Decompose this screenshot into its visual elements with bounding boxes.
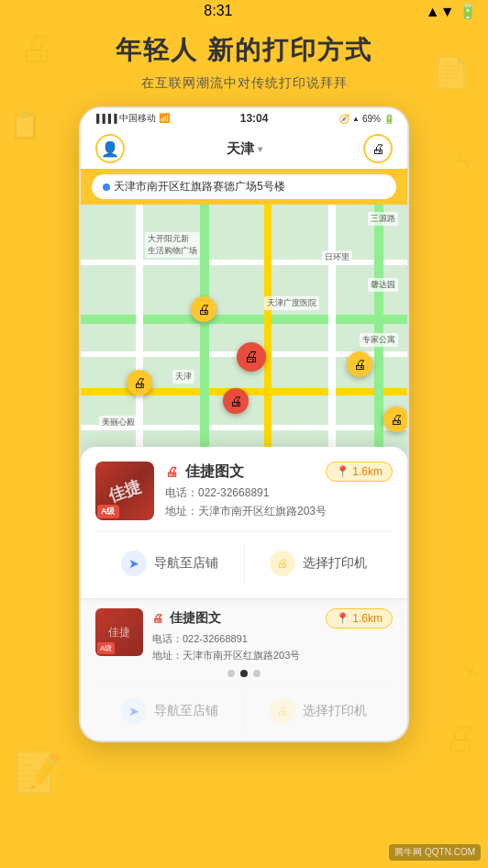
shop-badge: A级 [97, 505, 119, 518]
pagination-dots [95, 662, 393, 683]
shop-distance: 📍 1.6km [326, 462, 393, 482]
map-label-dayanguan: 大开阳元新生活购物广场 [145, 232, 200, 258]
map-pin-selected[interactable]: 🖨 [237, 342, 266, 372]
hero-subtitle: 在互联网潮流中对传统打印说拜拜 [18, 75, 470, 92]
watermark: 腾牛网 QQTN.COM [389, 844, 481, 861]
search-text: 天津市南开区红旗路赛德广场5号楼 [114, 179, 285, 195]
map-label-meizuoyuan: 馨达园 [368, 278, 398, 292]
dot-1 [227, 670, 235, 677]
road-h2 [81, 315, 407, 324]
road-v3 [264, 205, 272, 462]
phone-status-bar: ▐▐▐▐ 中国移动 📶 13:04 🧭 ▲ 69% 🔋 [81, 108, 407, 128]
pin-icon-4: 🖨 [383, 406, 407, 432]
navigate-icon: ➤ [121, 551, 147, 576]
map-area[interactable]: 三源路 大开阳元新生活购物广场 馨达园 日环里 天津广度医院 专家公寓 天津 美… [81, 205, 407, 462]
status-time: 8:31 [204, 3, 232, 19]
map-pin-2[interactable]: 🖨 [191, 296, 216, 322]
action-row: ➤ 导航至店铺 🖨 选择打印机 [95, 531, 393, 584]
shop-badge-2: A级 [97, 642, 115, 654]
hero-section: 年轻人 新的打印方式 在互联网潮流中对传统打印说拜拜 [0, 22, 488, 106]
app-navbar: 👤 天津 ▾ 🖨 [81, 128, 407, 169]
map-label-rihuanli: 日环里 [322, 250, 352, 264]
shop-address-2: 地址：天津市南开区红旗路203号 [152, 649, 393, 662]
dot-2 [240, 670, 248, 677]
map-label-hospital: 天津广度医院 [264, 296, 319, 310]
phone-screen: ▐▐▐▐ 中国移动 📶 13:04 🧭 ▲ 69% 🔋 👤 天津 ▾ 🖨 [79, 106, 409, 742]
printer-label-2: 选择打印机 [303, 703, 367, 719]
shop-distance-2: 📍 1.6km [326, 608, 393, 629]
navigate-label: 导航至店铺 [154, 555, 218, 572]
decor-x: ✕ [459, 656, 484, 686]
printer-label: 选择打印机 [303, 555, 367, 572]
search-input[interactable]: 天津市南开区红旗路赛德广场5号楼 [92, 174, 396, 199]
pin-icon-selected: 🖨 [237, 342, 266, 372]
navigate-icon-2: ➤ [121, 698, 147, 724]
printer-icon-2: 🖨 [270, 698, 295, 724]
shop-card-2: 佳捷 A级 🖨 佳捷图文 📍 1.6km 电话：022-32 [95, 608, 393, 662]
printer-select-btn-2[interactable]: 🖨 选择打印机 [245, 691, 394, 731]
shop-phone-2: 电话：022-32668891 [152, 632, 393, 646]
shop-image: 佳捷 A级 [95, 462, 154, 520]
pin-icon-3: 🖨 [347, 351, 372, 377]
shop-name: 🖨 佳捷图文 [165, 462, 244, 482]
app-status-bar: 8:31 ▲▼ 🔋 [0, 0, 488, 22]
shop-phone: 电话：022-32668891 [165, 485, 393, 501]
map-label-tianjin: 天津 [172, 370, 194, 384]
map-label-beauty: 美丽心殿 [99, 416, 138, 429]
printer-icon: 🖨 [270, 551, 295, 576]
shop-card-panel: 佳捷 A级 🖨 佳捷图文 📍 1.6km [81, 447, 407, 598]
user-icon[interactable]: 👤 [95, 134, 125, 163]
shop-card: 佳捷 A级 🖨 佳捷图文 📍 1.6km [95, 462, 393, 520]
map-pin-1[interactable]: 🖨 [127, 370, 152, 395]
road-v4 [328, 205, 336, 462]
city-arrow: ▾ [258, 144, 262, 154]
pin-icon-2: 🖨 [191, 296, 216, 322]
map-pin-4[interactable]: 🖨 [383, 406, 407, 432]
search-bar: 天津市南开区红旗路赛德广场5号楼 [81, 169, 407, 205]
map-label-sanlu: 三源路 [368, 212, 398, 226]
shop-name-row-2: 🖨 佳捷图文 📍 1.6km [152, 608, 393, 629]
phone-mockup: ▐▐▐▐ 中国移动 📶 13:04 🧭 ▲ 69% 🔋 👤 天津 ▾ 🖨 [79, 106, 409, 742]
location-dot [103, 184, 110, 191]
city-selector[interactable]: 天津 ▾ [227, 140, 262, 158]
status-right: ▲▼ 🔋 [426, 3, 477, 20]
hero-title: 年轻人 新的打印方式 [18, 33, 470, 68]
dot-3 [253, 670, 261, 677]
shop-image-2: 佳捷 A级 [95, 608, 143, 656]
phone-time: 13:04 [240, 112, 269, 125]
decor-doc: 📝 [14, 750, 61, 795]
pin-icon-1: 🖨 [127, 370, 152, 395]
decor-scissors: ✂ [447, 143, 480, 180]
shop-info-2: 🖨 佳捷图文 📍 1.6km 电话：022-32668891 地址：天津市南开区… [152, 608, 393, 662]
printer-select-btn[interactable]: 🖨 选择打印机 [245, 543, 394, 584]
shop-card-2-panel: 佳捷 A级 🖨 佳捷图文 📍 1.6km 电话：022-32 [81, 598, 407, 740]
shop-info: 🖨 佳捷图文 📍 1.6km 电话：022-32668891 地址：天津市南开区… [165, 462, 393, 519]
decor-printer-2: 🖨 [444, 719, 477, 758]
map-pin-red[interactable]: 🖨 [223, 388, 249, 414]
navigate-btn[interactable]: ➤ 导航至店铺 [95, 543, 245, 584]
road-v2 [200, 205, 209, 462]
road-h1 [81, 260, 407, 265]
shop-address: 地址：天津市南开区红旗路203号 [165, 504, 393, 519]
navigate-btn-2[interactable]: ➤ 导航至店铺 [95, 691, 245, 731]
decor-card-2: 📋 [9, 110, 41, 140]
map-label-expert: 专家公寓 [360, 333, 398, 347]
phone-carrier: ▐▐▐▐ 中国移动 📶 [94, 112, 170, 125]
action-row-2: ➤ 导航至店铺 🖨 选择打印机 [95, 683, 393, 731]
shop-name-row: 🖨 佳捷图文 📍 1.6km [165, 462, 393, 482]
city-name: 天津 [227, 140, 254, 158]
printer-icon-nav[interactable]: 🖨 [363, 134, 393, 163]
phone-battery: 🧭 ▲ 69% 🔋 [338, 114, 394, 124]
map-pin-3[interactable]: 🖨 [347, 351, 372, 377]
navigate-label-2: 导航至店铺 [154, 703, 218, 719]
shop-name-2: 🖨 佳捷图文 [152, 610, 221, 627]
pin-icon-red: 🖨 [223, 388, 249, 414]
